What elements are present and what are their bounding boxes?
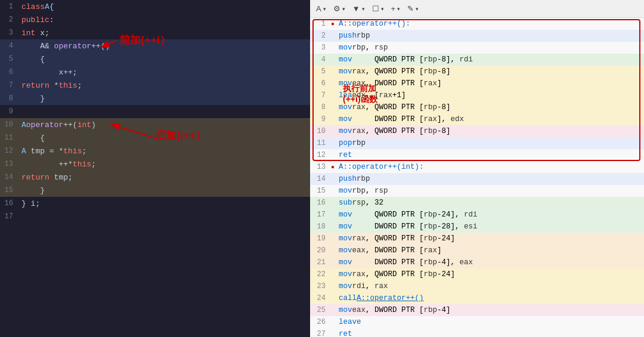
asm-bullet [329,113,336,125]
asm-bullet [329,209,336,221]
line-content: return *this; [18,79,310,92]
toolbar-edit-btn[interactable]: ✎ ▾ [407,4,419,13]
asm-bullet [329,292,336,304]
settings-chevron: ▾ [342,6,345,12]
asm-line: 3 mov rbp, rsp [310,42,644,54]
view-chevron: ▾ [381,6,384,12]
asm-line-number: 4 [310,54,329,66]
line-number: 12 [0,144,18,157]
line-number: 9 [0,105,18,118]
line-content: public: [18,13,310,26]
asm-line-content: mov rax, QWORD PTR [rbp-8] [336,125,644,137]
asm-line: 19 mov rax, QWORD PTR [rbp-24] [310,233,644,245]
code-line: 5 { [0,52,310,66]
code-line: 8 } [0,92,310,105]
font-label: A [316,4,321,13]
asm-bullet [329,221,336,233]
asm-line: 27 ret [310,328,644,337]
asm-line-number: 17 [310,209,329,221]
asm-line-content: lea edx, [rax+1] [336,89,644,101]
asm-line: 12 ret [310,149,644,161]
asm-line-number: 18 [310,221,329,233]
asm-line: 17 mov QWORD PTR [rbp-24], rdi [310,209,644,221]
line-content: return tmp; [18,171,310,184]
asm-line: 23 mov rdi, rax [310,280,644,292]
asm-line-content: call A::operator++() [336,292,644,304]
asm-line-number: 25 [310,304,329,316]
asm-bullet [329,316,336,328]
asm-line-content: leave [336,316,644,328]
line-number: 4 [0,39,18,52]
line-number: 10 [0,118,18,131]
line-number: 5 [0,52,18,66]
code-line: 15 } [0,184,310,197]
asm-line-content: mov rax, QWORD PTR [rbp-8] [336,101,644,113]
asm-line-content: mov eax, DWORD PTR [rbp-4] [336,304,644,316]
asm-line-content: mov eax, DWORD PTR [rax] [336,245,644,256]
asm-line-content: mov DWORD PTR [rbp-4], eax [336,256,644,268]
code-line: 17 [0,210,310,223]
asm-line: 7 lea edx, [rax+1] [310,89,644,101]
line-number: 3 [0,26,18,39]
toolbar-settings-btn[interactable]: ⚙ ▾ [333,4,345,13]
line-number: 17 [0,210,18,223]
code-line: 7 return *this; [0,79,310,92]
line-number: 11 [0,131,18,144]
asm-line-number: 12 [310,149,329,161]
toolbar-font-btn[interactable]: A ▾ [316,4,326,13]
asm-line-number: 20 [310,245,329,256]
add-icon: + [391,4,396,13]
asm-line: 9 mov DWORD PTR [rax], edx [310,113,644,125]
asm-bullet [329,30,336,42]
asm-line: 24 call A::operator++() [310,292,644,304]
asm-line-number: 16 [310,197,329,209]
code-line: 1class A{ [0,0,310,13]
asm-line-number: 10 [310,125,329,137]
toolbar-add-btn[interactable]: + ▾ [391,4,401,13]
asm-bullet [329,101,336,113]
asm-line-content: mov DWORD PTR [rbp-28], esi [336,221,644,233]
add-chevron: ▾ [397,6,400,12]
asm-bullet [329,149,336,161]
asm-line-content: A::operator++(): [336,18,644,30]
asm-line-content: mov rbp, rsp [336,185,644,197]
annotation-hou: 后加(i++） [155,128,206,143]
asm-bullet [329,42,336,54]
asm-line-number: 1 [310,18,329,30]
asm-line: 26 leave [310,316,644,328]
filter-chevron: ▾ [362,6,365,12]
line-number: 13 [0,157,18,171]
asm-bullet [329,328,336,337]
asm-line-number: 26 [310,316,329,328]
asm-line-content: mov rdi, rax [336,280,644,292]
code-line: 14 return tmp; [0,171,310,184]
asm-line: 4 mov QWORD PTR [rbp-8], rdi [310,54,644,66]
asm-bullet [329,137,336,149]
asm-line: 25 mov eax, DWORD PTR [rbp-4] [310,304,644,316]
asm-line-number: 8 [310,101,329,113]
view-icon: ☐ [372,4,379,13]
code-line: 2public: [0,13,310,26]
asm-line-content: mov rax, QWORD PTR [rbp-24] [336,233,644,245]
filter-icon: ▼ [352,4,360,13]
asm-line-number: 9 [310,113,329,125]
asm-bullet [329,233,336,245]
asm-bullet [329,54,336,66]
asm-line-content: mov eax, DWORD PTR [rax] [336,78,644,89]
asm-content-wrapper: 1●A::operator++():2 push rbp3 mov rbp, r… [310,18,644,337]
left-code-panel: 1class A{2public:3 int x;4 A& operator++… [0,0,310,337]
line-number: 14 [0,171,18,184]
toolbar-filter-btn[interactable]: ▼ ▾ [352,4,365,13]
asm-bullet [329,125,336,137]
gear-icon: ⚙ [333,4,340,13]
asm-line: 21 mov DWORD PTR [rbp-4], eax [310,256,644,268]
asm-line-content: push rbp [336,173,644,185]
line-content: A tmp = *this; [18,144,310,157]
edit-icon: ✎ [407,4,414,13]
asm-line: 22 mov rax, QWORD PTR [rbp-24] [310,268,644,280]
asm-line-content: pop rbp [336,137,644,149]
asm-line-number: 14 [310,173,329,185]
asm-line: 16 sub rsp, 32 [310,197,644,209]
toolbar-view-btn[interactable]: ☐ ▾ [372,4,384,13]
code-line: 6 x++; [0,66,310,79]
